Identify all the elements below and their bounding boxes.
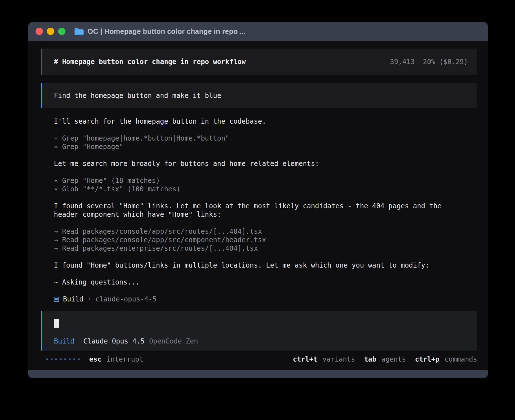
- assistant-text-line: I found several "Home" links. Let me loo…: [54, 202, 477, 210]
- status-left: esc interrupt: [46, 355, 143, 364]
- session-stats: 39,413 20% ($0.29): [390, 58, 468, 66]
- input-agent-mode[interactable]: Build: [54, 337, 74, 345]
- input-provider-name: OpenCode Zen: [149, 337, 198, 345]
- user-message-text: Find the homepage button and make it blu…: [54, 91, 221, 100]
- status-right: ctrl+t variants tab agents ctrl+p comman…: [293, 355, 477, 364]
- assistant-text-line: I found "Home" buttons/links in multiple…: [54, 261, 477, 270]
- folder-icon: [74, 28, 84, 35]
- tool-call-grep: ∗ Grep "homepage|home.*button|Home.*butt…: [54, 134, 477, 143]
- user-message: Find the homepage button and make it blu…: [41, 83, 477, 108]
- status-bar: esc interrupt ctrl+t variants tab agents: [41, 355, 477, 364]
- shortcut-variants: ctrl+t variants: [293, 355, 355, 364]
- zoom-button[interactable]: [58, 28, 66, 35]
- assistant-text-line: Let me search more broadly for buttons a…: [54, 159, 477, 168]
- agent-name: Build: [63, 295, 83, 303]
- build-agent-icon: [54, 297, 59, 302]
- tool-call-grep: ∗ Grep "Homepage": [54, 143, 477, 151]
- window-titlebar: OC | Homepage button color change in rep…: [28, 22, 488, 41]
- terminal-window: OC | Homepage button color change in rep…: [28, 22, 488, 378]
- context-cost: 20% ($0.29): [423, 58, 468, 66]
- shortcut-agents: tab agents: [364, 355, 406, 364]
- window-bottom-edge: [28, 370, 488, 378]
- assistant-text-line: I'll search for the homepage button in t…: [54, 117, 477, 126]
- esc-key-label: interrupt: [106, 355, 143, 364]
- spinner-dots: [46, 358, 80, 360]
- desktop: OC | Homepage button color change in rep…: [0, 0, 515, 420]
- input-meta: Build Claude Opus 4.5 OpenCode Zen: [54, 337, 465, 345]
- tool-call-read: → Read packages/enterprise/src/routes/[.…: [54, 244, 477, 253]
- terminal-content: # Homepage button color change in repo w…: [28, 41, 488, 370]
- text-cursor: [54, 319, 59, 328]
- agent-badge: Build · claude-opus-4-5: [41, 295, 477, 303]
- session-header: # Homepage button color change in repo w…: [41, 49, 477, 75]
- esc-key-hint: esc: [89, 355, 101, 364]
- prompt-input[interactable]: Build Claude Opus 4.5 OpenCode Zen: [41, 311, 477, 351]
- shortcut-commands: ctrl+p commands: [415, 355, 477, 364]
- assistant-messages: I'll search for the homepage button in t…: [41, 117, 477, 286]
- tool-call-read: → Read packages/console/app/src/componen…: [54, 236, 477, 244]
- session-title: # Homepage button color change in repo w…: [54, 58, 246, 66]
- close-button[interactable]: [36, 28, 43, 35]
- separator-dot: ·: [87, 295, 91, 303]
- input-model-name[interactable]: Claude Opus 4.5: [83, 337, 145, 345]
- assistant-text-line: header component which have "Home" links…: [54, 210, 477, 219]
- tool-call-glob: ∗ Glob "**/*.tsx" (100 matches): [54, 185, 477, 193]
- window-title: OC | Homepage button color change in rep…: [88, 27, 246, 36]
- working-status: ~ Asking questions...: [54, 278, 477, 286]
- traffic-lights: [36, 28, 66, 35]
- tool-call-read: → Read packages/console/app/src/routes/[…: [54, 227, 477, 236]
- minimize-button[interactable]: [47, 28, 54, 35]
- agent-model: claude-opus-4-5: [95, 295, 157, 303]
- token-count: 39,413: [390, 58, 414, 66]
- tool-call-grep: ∗ Grep "Home" (18 matches): [54, 176, 477, 185]
